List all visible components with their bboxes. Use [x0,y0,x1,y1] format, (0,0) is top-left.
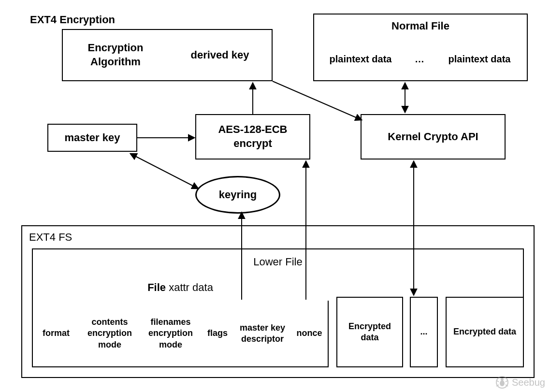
encrypted-data-0: Encrypted data [336,297,403,367]
file-xattr-prefix: File [147,281,166,293]
normal-file-cell-1: … [407,38,433,81]
normal-file-cell-0: plaintext data [313,38,408,81]
svg-line-4 [130,154,198,189]
svg-point-10 [501,378,504,381]
xattr-col-flags: flags [201,301,235,367]
encryption-algorithm-box: Encryption Algorithm [62,29,169,81]
aes-box: AES-128-ECB encrypt [195,114,310,160]
bug-icon [495,376,509,389]
watermark-text: Seebug [512,377,545,388]
master-key-box: master key [47,124,137,152]
xattr-col-format: format [32,301,80,367]
xattr-col-contents-mode: contents encryption mode [79,301,141,367]
file-xattr-header: File xattr data [32,275,329,302]
ext4fs-label: EXT4 FS [29,231,72,244]
watermark: Seebug [495,376,545,389]
normal-file-header: Normal File [313,14,528,39]
encrypted-data-1: ... [410,297,438,367]
diagram-title: EXT4 Encryption [30,14,115,26]
svg-point-9 [500,380,505,386]
normal-file-cell-2: plaintext data [432,38,528,81]
xattr-col-nonce: nonce [291,301,329,367]
derived-key-box: derived key [168,29,273,81]
keyring-ellipse: keyring [195,176,280,214]
encrypted-data-2: Encrypted data [446,297,524,367]
xattr-col-filenames-mode: filenames encryption mode [140,301,202,367]
lower-file-header: Lower File [32,248,524,276]
file-xattr-suffix: xattr data [169,281,213,293]
kernel-crypto-box: Kernel Crypto API [361,114,506,160]
xattr-col-mkd: master key descriptor [234,301,292,367]
